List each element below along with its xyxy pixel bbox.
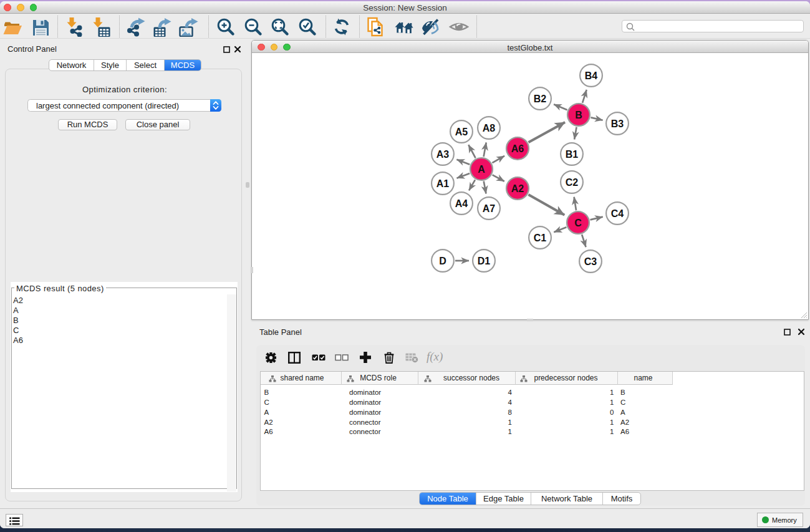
svg-text:D1: D1	[478, 256, 491, 266]
svg-text:A3: A3	[436, 149, 450, 160]
svg-text:D: D	[439, 256, 446, 266]
svg-text:B1: B1	[566, 149, 579, 160]
svg-text:A7: A7	[483, 203, 496, 214]
svg-text:B4: B4	[585, 70, 598, 81]
svg-text:C3: C3	[584, 256, 597, 267]
svg-text:A2: A2	[511, 183, 524, 194]
svg-text:B2: B2	[534, 94, 547, 104]
svg-text:C4: C4	[611, 208, 624, 219]
svg-text:C2: C2	[566, 177, 579, 188]
svg-text:A4: A4	[455, 198, 468, 209]
svg-text:A: A	[478, 164, 485, 175]
svg-text:B3: B3	[611, 118, 624, 129]
svg-text:A8: A8	[483, 123, 496, 133]
svg-text:C: C	[574, 218, 582, 228]
svg-text:B: B	[575, 110, 582, 120]
svg-text:C1: C1	[534, 233, 547, 243]
svg-text:A1: A1	[436, 178, 450, 189]
svg-text:A6: A6	[511, 143, 524, 154]
svg-text:A5: A5	[455, 127, 468, 137]
